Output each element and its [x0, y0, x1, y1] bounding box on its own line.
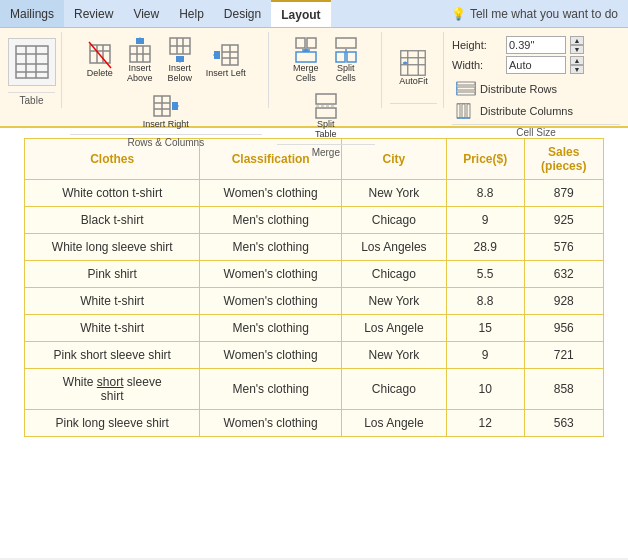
table-row: Pink shirtWomen's clothingChicago5.5632: [25, 261, 604, 288]
table-cell: 9: [446, 207, 524, 234]
merge-cells-label: MergeCells: [293, 64, 319, 84]
table-group-label: Table: [8, 92, 55, 106]
distribute-cols-button[interactable]: Distribute Columns: [452, 102, 584, 120]
merge-cells-icon: [292, 36, 320, 64]
insert-right-button[interactable]: Insert Right: [139, 90, 193, 132]
svg-rect-57: [457, 92, 475, 95]
tell-me-bar[interactable]: 💡 Tell me what you want to do: [441, 7, 628, 21]
svg-rect-37: [296, 52, 316, 62]
table-row: White t-shirtWomen's clothingNew York8.8…: [25, 288, 604, 315]
table-icon: [8, 38, 56, 86]
autofit-icon: [399, 49, 427, 77]
svg-rect-0: [16, 46, 48, 78]
table-row: White short sleeveshirtMen's clothingChi…: [25, 369, 604, 410]
width-down-arrow[interactable]: ▼: [570, 65, 584, 74]
autofit-group-label: [390, 103, 437, 106]
table-cell: Chicago: [341, 261, 446, 288]
table-row: White cotton t-shirtWomen's clothingNew …: [25, 180, 604, 207]
split-cells-icon: [332, 36, 360, 64]
insert-left-label: Insert Left: [206, 69, 246, 79]
distribute-cols-icon: [456, 103, 476, 119]
ribbon-group-autofit: AutoFit: [384, 32, 444, 108]
table-cell: 858: [524, 369, 603, 410]
svg-line-10: [89, 42, 111, 68]
svg-rect-44: [316, 94, 336, 104]
table-cell: Black t-shirt: [25, 207, 200, 234]
svg-rect-42: [347, 52, 356, 62]
height-input[interactable]: 0.39": [506, 36, 566, 54]
table-cell: 15: [446, 315, 524, 342]
table-cell: White t-shirt: [25, 288, 200, 315]
ribbon: Table Delete: [0, 28, 628, 128]
width-value: Auto: [509, 59, 532, 71]
insert-above-button[interactable]: InsertAbove: [122, 34, 158, 86]
ribbon-row: Table Delete: [0, 28, 628, 108]
data-table: Clothes Classification City Price($) Sal…: [24, 138, 604, 437]
menu-layout[interactable]: Layout: [271, 0, 330, 27]
menu-mailings[interactable]: Mailings: [0, 0, 64, 27]
table-cell: Chicago: [341, 369, 446, 410]
tell-me-text: Tell me what you want to do: [470, 7, 618, 21]
rows-cols-group-label: Rows & Columns: [70, 134, 262, 148]
svg-rect-56: [457, 87, 475, 90]
width-up-arrow[interactable]: ▲: [570, 56, 584, 65]
menu-help[interactable]: Help: [169, 0, 214, 27]
height-value: 0.39": [509, 39, 534, 51]
table-cell: 879: [524, 180, 603, 207]
table-area: Clothes Classification City Price($) Sal…: [0, 128, 628, 558]
table-cell: New York: [341, 342, 446, 369]
insert-below-icon: [166, 36, 194, 64]
table-cell: 721: [524, 342, 603, 369]
insert-left-icon: [212, 41, 240, 69]
table-cell: Los Angele: [341, 410, 446, 437]
distribute-rows-label: Distribute Rows: [480, 83, 557, 95]
menu-review[interactable]: Review: [64, 0, 123, 27]
insert-below-label: InsertBelow: [168, 64, 193, 84]
distribute-cols-label: Distribute Columns: [480, 105, 573, 117]
split-table-icon: [312, 92, 340, 120]
height-up-arrow[interactable]: ▲: [570, 36, 584, 45]
svg-rect-41: [336, 52, 345, 62]
distribute-rows-button[interactable]: Distribute Rows: [452, 80, 584, 98]
delete-button[interactable]: Delete: [82, 39, 118, 81]
table-cell: 956: [524, 315, 603, 342]
table-row: White long sleeve shirtMen's clothingLos…: [25, 234, 604, 261]
col-sales: Sales(pieces): [524, 139, 603, 180]
table-cell: 563: [524, 410, 603, 437]
width-row: Width: Auto ▲ ▼: [452, 56, 584, 74]
insert-left-button[interactable]: Insert Left: [202, 39, 250, 81]
table-cell: 8.8: [446, 288, 524, 315]
menu-view[interactable]: View: [123, 0, 169, 27]
split-cells-label: SplitCells: [336, 64, 356, 84]
table-cell: Men's clothing: [200, 234, 342, 261]
table-cell: Women's clothing: [200, 180, 342, 207]
svg-rect-45: [316, 108, 336, 118]
cellsize-group-label: Cell Size: [452, 124, 620, 138]
table-cell: Men's clothing: [200, 369, 342, 410]
table-cell: White short sleeveshirt: [25, 369, 200, 410]
split-table-button[interactable]: SplitTable: [308, 90, 344, 142]
height-down-arrow[interactable]: ▼: [570, 45, 584, 54]
autofit-label: AutoFit: [399, 77, 428, 87]
insert-below-button[interactable]: InsertBelow: [162, 34, 198, 86]
ribbon-group-cellsize: Height: 0.39" ▲ ▼ Width: Auto ▲: [446, 32, 626, 108]
ribbon-group-rows-cols: Delete InsertAbove: [64, 32, 269, 108]
table-cell: 632: [524, 261, 603, 288]
svg-rect-40: [336, 38, 356, 48]
table-cell: New York: [341, 180, 446, 207]
menu-design[interactable]: Design: [214, 0, 271, 27]
height-spinner[interactable]: ▲ ▼: [570, 36, 584, 54]
table-cell: 12: [446, 410, 524, 437]
table-cell: Chicago: [341, 207, 446, 234]
table-cell: Women's clothing: [200, 261, 342, 288]
autofit-button[interactable]: AutoFit: [395, 47, 432, 89]
table-cell: 8.8: [446, 180, 524, 207]
insert-right-label: Insert Right: [143, 120, 189, 130]
table-cell: 5.5: [446, 261, 524, 288]
table-cell: White t-shirt: [25, 315, 200, 342]
width-spinner[interactable]: ▲ ▼: [570, 56, 584, 74]
merge-cells-button[interactable]: MergeCells: [288, 34, 324, 86]
width-input[interactable]: Auto: [506, 56, 566, 74]
table-cell: White cotton t-shirt: [25, 180, 200, 207]
split-cells-button[interactable]: SplitCells: [328, 34, 364, 86]
